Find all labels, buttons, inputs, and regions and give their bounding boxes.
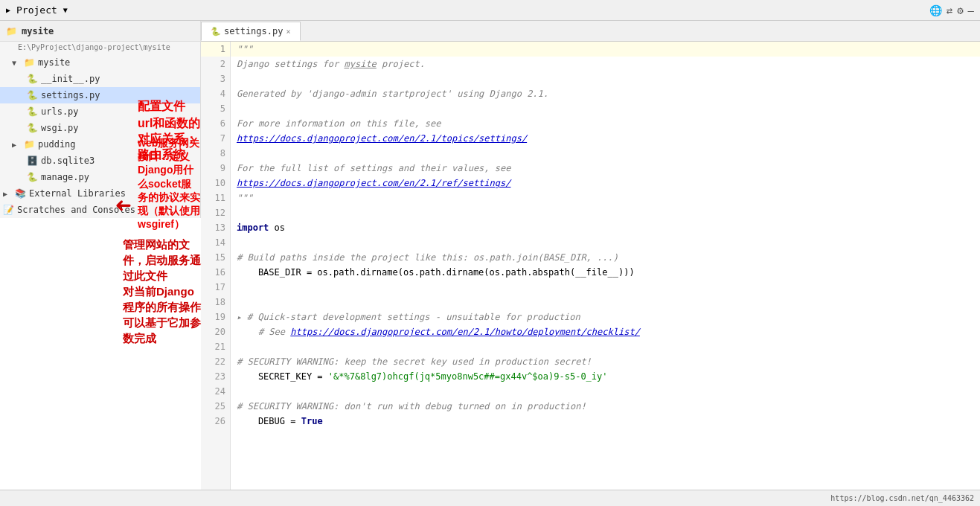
code-line-2: Django settings for mysite project. <box>231 57 980 71</box>
annotation-manage-text2: 对当前Django程序的所有操作可以基于它加参数完成 <box>123 284 201 346</box>
line-num-7: 7 <box>201 131 230 146</box>
code-line-26: DEBUG = True <box>231 414 980 429</box>
line-numbers: 1 2 3 4 5 6 7 8 9 10 11 12 13 14 15 16 1… <box>201 42 231 490</box>
dropdown-icon[interactable]: ▼ <box>63 6 68 14</box>
sidebar-item-label: pudding <box>38 139 76 150</box>
code-line-5 <box>231 101 980 116</box>
code-line-6: For more information on this file, see <box>231 116 980 131</box>
sync-icon[interactable]: ⇄ <box>947 4 952 16</box>
py-tab-icon: 🐍 <box>211 27 221 36</box>
line-num-2: 2 <box>201 57 230 71</box>
annotation-manage: 管理网站的文件，启动服务通过此文件 对当前Django程序的所有操作可以基于它加… <box>123 237 201 346</box>
sidebar-item-label: mysite <box>38 57 70 68</box>
code-line-25: # SECURITY WARNING: don't run with debug… <box>231 399 980 414</box>
sidebar-item-wsgi[interactable]: 🐍 wsgi.py <box>0 120 200 136</box>
titlebar: ▶ Project ▼ 🌐 ⇄ ⚙ — <box>0 0 980 21</box>
code-line-12 <box>231 205 980 220</box>
sidebar-item-label: External Libraries <box>29 188 126 199</box>
line-num-13: 13 <box>201 220 230 235</box>
code-line-10: https://docs.djangoproject.com/en/2.1/re… <box>231 176 980 190</box>
sidebar-item-label: __init__.py <box>41 74 100 84</box>
globe-icon[interactable]: 🌐 <box>929 4 942 16</box>
status-url: https://blog.csdn.net/qn_4463362 <box>830 494 974 502</box>
code-line-7: https://docs.djangoproject.com/en/2.1/to… <box>231 131 980 146</box>
sidebar-root-label: mysite <box>22 26 54 36</box>
line-num-19: 19 <box>201 310 230 324</box>
code-line-24 <box>231 384 980 399</box>
py-file-icon: 🐍 <box>27 106 38 117</box>
collapse-arrow: ▶ <box>3 190 15 198</box>
sidebar-item-mysite[interactable]: ▼ 📁 mysite <box>0 54 200 71</box>
code-line-14 <box>231 235 980 250</box>
sidebar-item-pudding[interactable]: ▶ 📁 pudding <box>0 136 200 153</box>
sidebar-item-label: settings.py <box>41 90 100 100</box>
py-file-icon: 🐍 <box>27 74 38 84</box>
main-layout: 📁 mysite E:\PyProject\django-project\mys… <box>0 21 980 490</box>
sidebar-panel: 📁 mysite E:\PyProject\django-project\mys… <box>0 21 201 490</box>
line-num-10: 10 <box>201 176 230 190</box>
sidebar-item-scratches[interactable]: 📝 Scratches and Consoles <box>0 202 200 218</box>
py-file-icon: 🐍 <box>27 172 38 182</box>
gear-icon[interactable]: ⚙ <box>957 4 963 16</box>
folder-icon: 📁 <box>24 139 35 150</box>
db-file-icon: 🗄️ <box>27 156 38 166</box>
sidebar-item-external[interactable]: ▶ 📚 External Libraries <box>0 185 200 202</box>
lib-icon: 📚 <box>15 188 26 199</box>
code-line-9: For the full list of settings and their … <box>231 161 980 176</box>
code-line-22: # SECURITY WARNING: keep the secret key … <box>231 354 980 369</box>
line-num-5: 5 <box>201 101 230 116</box>
code-line-15: # Build paths inside the project like th… <box>231 250 980 265</box>
sidebar-item-label: urls.py <box>41 106 79 117</box>
code-line-1: """ <box>231 42 980 57</box>
code-line-17 <box>231 280 980 295</box>
sidebar-item-label: db.sqlite3 <box>41 156 95 166</box>
sidebar: 📁 mysite E:\PyProject\django-project\mys… <box>0 21 201 218</box>
tab-label: settings.py <box>224 26 283 36</box>
line-num-1: 1 <box>201 42 230 57</box>
line-num-18: 18 <box>201 295 230 310</box>
sidebar-item-label: wsgi.py <box>41 123 79 133</box>
collapse-arrow: ▼ <box>12 59 24 67</box>
line-num-20: 20 <box>201 324 230 339</box>
folder-open-icon: 📁 <box>24 57 35 68</box>
collapse-arrow: ▶ <box>12 141 24 149</box>
line-num-9: 9 <box>201 161 230 176</box>
sidebar-item-manage[interactable]: 🐍 manage.py <box>0 169 200 185</box>
code-line-21 <box>231 339 980 354</box>
status-bar: https://blog.csdn.net/qn_4463362 <box>0 490 980 506</box>
code-line-3 <box>231 71 980 86</box>
project-path: E:\PyProject\django-project\mysite <box>0 42 200 54</box>
py-file-icon: 🐍 <box>27 90 38 100</box>
line-num-4: 4 <box>201 86 230 101</box>
line-num-3: 3 <box>201 71 230 86</box>
code-line-18 <box>231 295 980 310</box>
sidebar-item-label: manage.py <box>41 172 89 182</box>
tab-bar: 🐍 settings.py × <box>201 21 980 42</box>
code-editor[interactable]: 1 2 3 4 5 6 7 8 9 10 11 12 13 14 15 16 1… <box>201 42 980 490</box>
minimize-icon[interactable]: — <box>968 4 974 16</box>
code-line-19: ▸ # Quick-start development settings - u… <box>231 310 980 324</box>
code-line-4: Generated by 'django-admin startproject'… <box>231 86 980 101</box>
line-num-24: 24 <box>201 384 230 399</box>
tab-settings[interactable]: 🐍 settings.py × <box>201 22 301 41</box>
sidebar-item-init[interactable]: 🐍 __init__.py <box>0 71 200 87</box>
line-num-12: 12 <box>201 205 230 220</box>
sidebar-item-urls[interactable]: 🐍 urls.py <box>0 103 200 120</box>
titlebar-title: Project <box>16 4 57 16</box>
sidebar-header: 📁 mysite <box>0 21 200 42</box>
line-num-21: 21 <box>201 339 230 354</box>
line-num-25: 25 <box>201 399 230 414</box>
sidebar-item-db[interactable]: 🗄️ db.sqlite3 <box>0 153 200 169</box>
line-num-14: 14 <box>201 235 230 250</box>
sidebar-item-settings[interactable]: 🐍 settings.py <box>0 87 200 103</box>
code-line-11: """ <box>231 190 980 205</box>
code-content: """ Django settings for mysite project. … <box>231 42 980 490</box>
code-line-16: BASE_DIR = os.path.dirname(os.path.dirna… <box>231 265 980 280</box>
tab-close-button[interactable]: × <box>286 28 290 36</box>
editor-area: 🐍 settings.py × 1 2 3 4 5 6 7 8 9 10 11 … <box>201 21 980 490</box>
sidebar-item-label: Scratches and Consoles <box>17 205 135 215</box>
folder-icon: 📁 <box>6 26 17 36</box>
line-num-17: 17 <box>201 280 230 295</box>
annotation-manage-text1: 管理网站的文件，启动服务通过此文件 <box>123 237 201 284</box>
code-line-20: # See https://docs.djangoproject.com/en/… <box>231 324 980 339</box>
